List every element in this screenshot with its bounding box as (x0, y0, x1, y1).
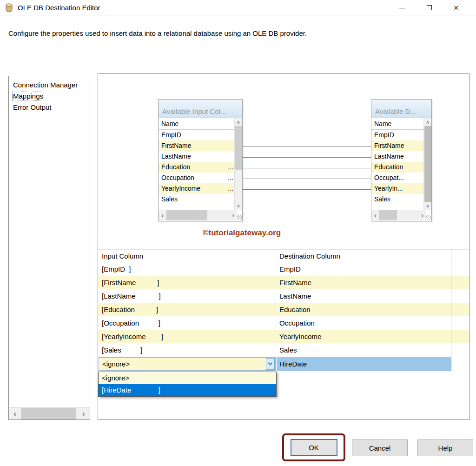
titlebar: OLE DB Destination Editor — ✕ (0, 0, 476, 15)
destination-column-cell-selected[interactable]: HireDate (277, 357, 451, 371)
dropdown-option-hiredate[interactable]: [HireDate ] (99, 384, 276, 396)
destination-column-header: Destination Column (279, 252, 340, 260)
column-name: FirstName (161, 142, 192, 149)
horizontal-scrollbar[interactable]: ‹ › (159, 210, 237, 220)
truncation-ellipsis: ... (228, 174, 233, 181)
input-column-header: Input Column (102, 252, 143, 260)
column-name: Occupat... (374, 174, 404, 181)
scroll-right-icon[interactable]: › (418, 210, 426, 220)
list-item[interactable]: EmpID (159, 130, 234, 140)
sidebar-item-label: Connection Manager (13, 81, 78, 89)
pages-sidebar: Connection Manager Mappings Error Output… (8, 76, 90, 420)
listbox-rows: EmpID FirstName LastName Education Occup… (371, 130, 423, 205)
horizontal-scrollbar[interactable]: ‹ › (371, 210, 426, 220)
scroll-left-icon[interactable]: ‹ (159, 210, 166, 220)
name-column-header: Name (159, 118, 234, 130)
list-item[interactable]: FirstName (159, 140, 234, 151)
list-item[interactable]: FirstName (371, 140, 423, 151)
listbox-body: Name EmpID FirstName LastName Education … (371, 118, 431, 221)
destination-column-cell[interactable]: Occupation (279, 319, 315, 327)
scroll-left-icon[interactable]: ‹ (371, 210, 379, 220)
list-item[interactable]: LastName (159, 151, 234, 162)
list-item[interactable]: YearlyIn... (371, 183, 423, 194)
ok-button[interactable]: OK (291, 439, 337, 456)
listbox-title: Available Input Col... (159, 100, 242, 118)
scroll-left-icon[interactable]: ‹ (9, 408, 21, 419)
sidebar-item-connection-manager[interactable]: Connection Manager (9, 79, 90, 90)
destination-column-cell[interactable]: FirstName (279, 279, 311, 286)
scrollbar-thumb[interactable] (235, 126, 242, 170)
watermark: ©tutorialgateway.org (172, 228, 311, 238)
list-item[interactable]: EmpID (371, 130, 423, 140)
sidebar-item-mappings[interactable]: Mappings (9, 90, 90, 101)
input-column-cell[interactable]: [EmpID ] (102, 265, 131, 273)
database-icon (5, 3, 13, 13)
input-column-cell[interactable]: [Education ] (102, 306, 158, 313)
scrollbar-thumb[interactable] (166, 210, 207, 220)
table-rows: [EmpID ] EmpID [FirstName ] FirstName [L… (98, 262, 469, 357)
table-row: [FirstName ] FirstName (98, 276, 469, 289)
table-row: [YearlyIncome ] YearlyIncome (98, 330, 469, 343)
list-item[interactable]: Occupat... (371, 173, 423, 183)
combobox-value: <ignore> (102, 360, 130, 368)
help-button[interactable]: Help (417, 439, 473, 456)
sidebar-item-error-output[interactable]: Error Output (9, 101, 90, 113)
destination-column-cell[interactable]: YearlyIncome (279, 333, 321, 340)
cell-label: HireDate (279, 360, 307, 368)
column-name: Education (374, 163, 403, 171)
dropdown-option-ignore[interactable]: <ignore> (99, 372, 276, 384)
cancel-button[interactable]: Cancel (352, 439, 408, 456)
scrollbar-thumb[interactable] (424, 126, 431, 202)
close-button[interactable]: ✕ (450, 2, 462, 14)
chevron-down-icon (268, 361, 273, 366)
scroll-down-icon[interactable]: ∨ (424, 202, 431, 210)
resize-grip[interactable] (426, 210, 431, 220)
destination-column-cell[interactable]: Sales (279, 346, 297, 354)
vertical-scrollbar[interactable]: ∧ ∨ (423, 118, 431, 210)
input-column-cell[interactable]: [Sales ] (102, 346, 143, 354)
vertical-scrollbar[interactable]: ∧ ∨ (234, 118, 242, 210)
minimize-button[interactable]: — (396, 2, 408, 14)
input-column-cell[interactable]: [Occupation ] (102, 319, 160, 327)
scroll-right-icon[interactable]: › (78, 408, 90, 419)
close-icon: ✕ (453, 4, 459, 12)
sidebar-item-label: Error Output (13, 103, 52, 111)
table-row: [EmpID ] EmpID (98, 262, 469, 276)
window-controls: — ✕ (396, 0, 462, 15)
destination-column-cell[interactable]: LastName (279, 292, 311, 300)
list-item[interactable]: Occupation... (159, 173, 234, 183)
column-name: Occupation (161, 174, 194, 181)
list-item[interactable]: YearlyIncome... (159, 183, 234, 194)
destination-column-cell[interactable]: EmpID (279, 265, 301, 273)
list-item[interactable]: Education... (159, 162, 234, 173)
scroll-down-icon[interactable]: ∨ (235, 202, 242, 210)
sidebar-horizontal-scrollbar[interactable]: ‹ › (9, 407, 90, 419)
scrollbar-thumb[interactable] (379, 210, 397, 220)
list-item[interactable]: Sales (371, 194, 423, 205)
scrollbar-thumb[interactable] (21, 408, 76, 419)
annotation-highlight-box: OK (282, 433, 345, 461)
mapping-line (243, 179, 371, 179)
listbox-body: Name EmpID FirstName LastName Education.… (159, 118, 242, 221)
input-column-cell[interactable]: [YearlyIncome ] (102, 333, 163, 340)
maximize-button[interactable] (423, 2, 435, 14)
mapping-line (243, 157, 371, 158)
mapping-line (243, 168, 371, 168)
input-column-cell[interactable]: [LastName ] (102, 292, 161, 300)
scroll-right-icon[interactable]: › (229, 210, 237, 220)
table-row: [Sales ] Sales (98, 343, 469, 357)
window-title: OLE DB Destination Editor (18, 4, 100, 12)
minimize-icon: — (399, 4, 405, 11)
column-name: LastName (161, 153, 191, 160)
list-item[interactable]: Sales (159, 194, 234, 205)
list-item[interactable]: Education (371, 162, 423, 173)
input-column-cell[interactable]: [FirstName ] (102, 279, 159, 286)
input-column-combobox[interactable]: <ignore> (99, 357, 276, 371)
scroll-up-icon[interactable]: ∧ (424, 118, 431, 126)
scroll-up-icon[interactable]: ∧ (235, 118, 242, 126)
column-name: FirstName (374, 142, 404, 149)
destination-column-cell[interactable]: Education (279, 306, 311, 313)
combobox-dropdown-button[interactable] (266, 358, 275, 370)
list-item[interactable]: LastName (371, 151, 423, 162)
resize-grip[interactable] (237, 210, 242, 220)
